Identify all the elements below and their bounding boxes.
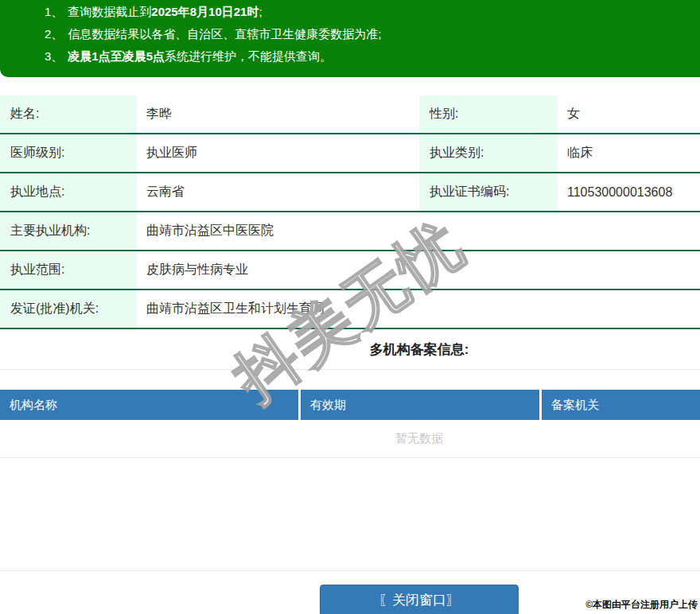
field-label-main-org: 主要执业机构: (0, 212, 137, 250)
field-label-doctor-level: 医师级别: (0, 134, 137, 172)
field-label-practice-scope: 执业范围: (0, 251, 137, 289)
field-label-practice-location: 执业地点: (0, 173, 137, 211)
field-value-cert-number: 110530000013608 (558, 173, 700, 211)
field-row-main-org: 主要执业机构: 曲靖市沾益区中医医院 (0, 212, 700, 251)
practitioner-info-table: 姓名: 李晔 性别: 女 医师级别: 执业医师 执业类别: 临床 执业地点: 云… (0, 95, 700, 329)
page-content: 1、查询数据截止到2025年8月10日21时; 2、信息数据结果以各省、自治区、… (0, 0, 700, 614)
notice-line-2: 2、信息数据结果以各省、自治区、直辖市卫生健康委数据为准; (45, 23, 700, 45)
multi-org-section-title: 多机构备案信息: (370, 340, 469, 359)
field-label-gender: 性别: (419, 95, 558, 133)
field-row-level-category: 医师级别: 执业医师 执业类别: 临床 (0, 134, 700, 173)
field-value-main-org: 曲靖市沾益区中医医院 (137, 212, 700, 250)
notice-number-1: 1、 (45, 5, 63, 18)
notice-punct-1: ; (259, 5, 262, 18)
column-header-org-name: 机构名称 (0, 390, 298, 420)
notice-number-3: 3、 (45, 49, 63, 63)
notice-text-1: 查询数据截止到 (68, 5, 151, 18)
close-window-button[interactable]: 〖关闭窗口〗 (320, 585, 519, 614)
section-title-row: 多机构备案信息: (0, 329, 700, 370)
column-header-filing-authority: 备案机关 (539, 390, 700, 420)
notice-bold-maintenance: 凌晨1点至凌晨5点 (68, 49, 165, 63)
notice-bold-date: 2025年8月10日21时 (151, 5, 259, 18)
field-label-issuing-authority: 发证(批准)机关: (0, 290, 137, 328)
notice-line-3: 3、凌晨1点至凌晨5点系统进行维护，不能提供查询。 (45, 45, 700, 68)
field-row-issuer: 发证(批准)机关: 曲靖市沾益区卫生和计划生育局 (0, 290, 700, 329)
field-value-practice-scope: 皮肤病与性病专业 (137, 251, 700, 289)
field-value-doctor-level: 执业医师 (137, 134, 419, 172)
field-row-scope: 执业范围: 皮肤病与性病专业 (0, 251, 700, 290)
notice-banner: 1、查询数据截止到2025年8月10日21时; 2、信息数据结果以各省、自治区、… (0, 0, 700, 77)
field-value-gender: 女 (558, 95, 700, 133)
field-value-issuing-authority: 曲靖市沾益区卫生和计划生育局 (137, 290, 700, 328)
filing-table-header: 机构名称 有效期 备案机关 (0, 390, 700, 420)
credit-watermark: ©本图由平台注册用户上传 (585, 598, 698, 612)
field-value-practice-category: 临床 (558, 134, 700, 172)
notice-text-3: 系统进行维护，不能提供查询。 (165, 49, 332, 63)
column-header-validity: 有效期 (298, 390, 539, 420)
query-result-page: 1、查询数据截止到2025年8月10日21时; 2、信息数据结果以各省、自治区、… (0, 0, 700, 614)
field-row-name-gender: 姓名: 李晔 性别: 女 (0, 95, 700, 134)
empty-data-text: 暂无数据 (395, 431, 443, 446)
empty-data-row: 暂无数据 (0, 420, 700, 458)
field-row-location-cert: 执业地点: 云南省 执业证书编码: 110530000013608 (0, 173, 700, 212)
field-value-name: 李晔 (137, 95, 419, 133)
notice-text-2: 信息数据结果以各省、自治区、直辖市卫生健康委数据为准; (68, 27, 381, 41)
field-label-practice-category: 执业类别: (419, 134, 558, 172)
field-label-cert-number: 执业证书编码: (419, 173, 558, 211)
field-label-name: 姓名: (0, 95, 137, 133)
field-value-practice-location: 云南省 (137, 173, 419, 211)
notice-number-2: 2、 (45, 27, 63, 41)
notice-line-1: 1、查询数据截止到2025年8月10日21时; (45, 1, 700, 23)
